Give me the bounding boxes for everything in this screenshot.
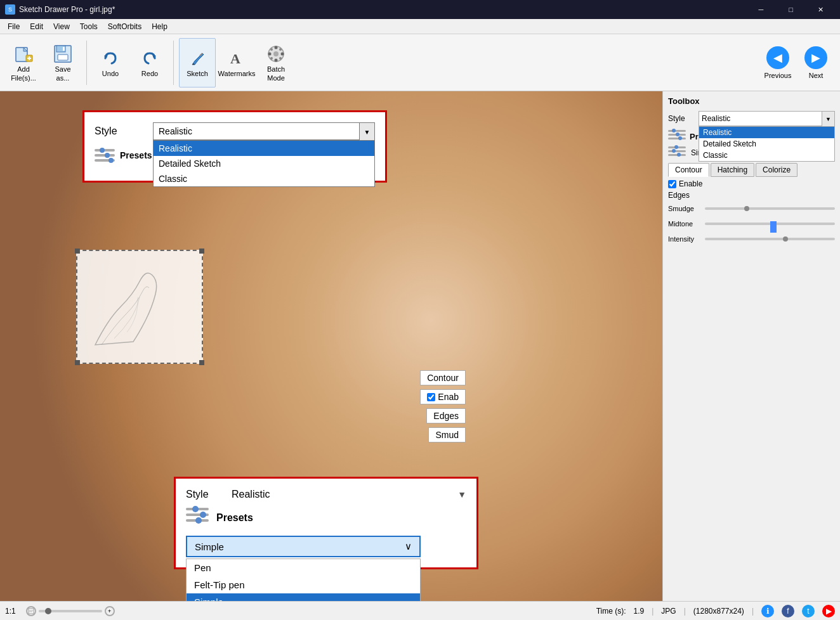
- dropdown-item-classic[interactable]: Classic: [154, 171, 374, 186]
- previous-icon: ◀: [766, 46, 789, 69]
- status-format: JPG: [661, 607, 676, 616]
- toolbox-edges-label: Edges: [668, 191, 835, 200]
- svg-point-16: [268, 52, 272, 55]
- app-icon: S: [5, 4, 15, 15]
- tb-item-realistic[interactable]: Realistic: [699, 127, 834, 138]
- zoom-indicator: 1:1: [5, 607, 16, 616]
- undo-button[interactable]: Undo: [92, 38, 129, 87]
- watermarks-button[interactable]: A Watermarks: [218, 38, 255, 87]
- toolbox-style-select-container: Realistic ▼ Realistic Detailed Sketch Cl…: [699, 111, 835, 126]
- zoom-value: 1:1: [5, 607, 16, 616]
- small-style-panel: Style Realistic ▼ Realistic Detailed Ske…: [82, 110, 387, 183]
- batch-mode-button[interactable]: Batch Mode: [258, 38, 294, 87]
- main-content: Style Realistic ▼ Realistic Detailed Ske…: [0, 91, 840, 601]
- large-dropdown-chevron: ∨: [405, 541, 412, 552]
- menu-edit[interactable]: Edit: [25, 21, 48, 32]
- small-style-select-container: Realistic ▼ Realistic Detailed Sketch Cl…: [153, 122, 375, 140]
- next-icon: ▶: [804, 46, 827, 69]
- slider-intensity-label: Intensity: [668, 235, 700, 243]
- batch-mode-icon: [266, 44, 286, 64]
- redo-button[interactable]: Redo: [131, 38, 168, 87]
- menu-bar: File Edit View Tools SoftOrbits Help: [0, 19, 840, 34]
- dropdown-item-realistic[interactable]: Realistic: [154, 141, 374, 156]
- canvas-area[interactable]: Style Realistic ▼ Realistic Detailed Ske…: [0, 91, 662, 601]
- sketch-button[interactable]: Sketch: [179, 38, 216, 87]
- tab-colorize[interactable]: Colorize: [756, 163, 797, 177]
- smudge-label-float: Smud: [428, 427, 466, 442]
- svg-point-14: [275, 46, 278, 49]
- tb-item-classic[interactable]: Classic: [699, 150, 834, 161]
- watermarks-icon: A: [226, 48, 247, 68]
- large-presets-icon: [186, 508, 209, 528]
- svg-point-21: [279, 57, 282, 60]
- toolbox-tabs: Contour Hatching Colorize: [668, 163, 835, 177]
- previous-button[interactable]: ◀ Previous: [759, 38, 797, 87]
- toolbox-style-select[interactable]: Realistic ▼: [699, 111, 835, 126]
- contour-label-float: Contour: [420, 370, 466, 385]
- slider-midtone-label: Midtone: [668, 220, 700, 228]
- svg-point-15: [275, 58, 278, 61]
- redo-label: Redo: [141, 70, 158, 77]
- enable-row-float: Enab: [420, 389, 466, 404]
- save-as-button[interactable]: Save as...: [44, 38, 81, 87]
- slider-smudge-thumb: [744, 206, 749, 211]
- title-bar: S Sketch Drawer Pro - girl.jpg* ─ □ ✕: [0, 0, 840, 19]
- status-time-value: 1.9: [634, 607, 645, 616]
- menu-softorbits[interactable]: SoftOrbits: [103, 21, 147, 32]
- maximize-button[interactable]: □: [777, 0, 805, 19]
- svg-point-20: [270, 57, 273, 60]
- slider-smudge-track[interactable]: [705, 207, 835, 210]
- small-style-select[interactable]: Realistic ▼: [153, 122, 375, 140]
- status-zoom-thumb: [45, 608, 51, 614]
- menu-file[interactable]: File: [3, 21, 25, 32]
- tb-item-detailed[interactable]: Detailed Sketch: [699, 138, 834, 150]
- title-bar-left: S Sketch Drawer Pro - girl.jpg*: [5, 4, 115, 15]
- corner-br: [199, 360, 204, 365]
- toolbox-sliders: Smudge Midtone Intensity: [668, 205, 835, 243]
- batch-mode-label: Batch: [267, 65, 285, 73]
- toolbox-presets-icon-2: [668, 146, 686, 159]
- enable-checkbox-float[interactable]: [427, 393, 435, 401]
- add-file-label: Add: [17, 65, 30, 73]
- menu-view[interactable]: View: [48, 21, 75, 32]
- menu-tools[interactable]: Tools: [75, 21, 103, 32]
- status-sep-2: |: [684, 607, 686, 616]
- status-dimensions: (1280x877x24): [693, 607, 744, 616]
- facebook-icon[interactable]: f: [782, 605, 794, 617]
- status-zoom-slider[interactable]: [39, 610, 102, 612]
- status-page-icon: [26, 606, 36, 616]
- twitter-icon[interactable]: t: [802, 605, 815, 617]
- slider-intensity-track[interactable]: [705, 238, 835, 240]
- toolbox-panel: Toolbox Style Realistic ▼ Realistic Deta…: [662, 91, 840, 601]
- large-item-felttip[interactable]: Felt-Tip pen: [187, 576, 420, 593]
- info-icon[interactable]: ℹ: [761, 605, 774, 617]
- large-selected-preset[interactable]: Simple ∨: [186, 536, 421, 557]
- tab-contour[interactable]: Contour: [668, 163, 709, 177]
- large-style-panel: Style Realistic ▼ Presets Simple ∨: [174, 477, 478, 569]
- save-icon: [53, 44, 73, 64]
- status-sep-3: |: [752, 607, 754, 616]
- large-presets-row: Presets: [186, 508, 466, 528]
- large-item-pen[interactable]: Pen: [187, 559, 420, 576]
- menu-help[interactable]: Help: [147, 21, 173, 32]
- redo-icon: [140, 48, 160, 68]
- status-right: Time (s): 1.9 | JPG | (1280x877x24) | ℹ …: [596, 605, 835, 617]
- close-button[interactable]: ✕: [806, 0, 835, 19]
- svg-point-17: [281, 52, 284, 55]
- slider-midtone-track[interactable]: [705, 223, 835, 225]
- status-zoom-plus[interactable]: +: [105, 606, 115, 616]
- add-file-button[interactable]: Add File(s)...: [5, 38, 42, 87]
- large-item-simple[interactable]: Simple: [187, 593, 420, 601]
- large-select-container: Simple ∨ Pen Felt-Tip pen Simple Light L…: [186, 536, 466, 557]
- dropdown-item-detailed[interactable]: Detailed Sketch: [154, 156, 374, 171]
- minimize-button[interactable]: ─: [747, 0, 775, 19]
- youtube-icon[interactable]: ▶: [822, 605, 835, 617]
- next-button[interactable]: ▶ Next: [797, 38, 835, 87]
- toolbox-enable-checkbox[interactable]: [668, 180, 676, 188]
- tab-hatching[interactable]: Hatching: [711, 163, 754, 177]
- status-page-svg: [28, 608, 34, 614]
- large-style-value: Realistic: [232, 489, 450, 500]
- save-label: Save: [55, 65, 70, 73]
- batch-mode-label2: Mode: [267, 74, 285, 82]
- undo-icon: [100, 48, 121, 68]
